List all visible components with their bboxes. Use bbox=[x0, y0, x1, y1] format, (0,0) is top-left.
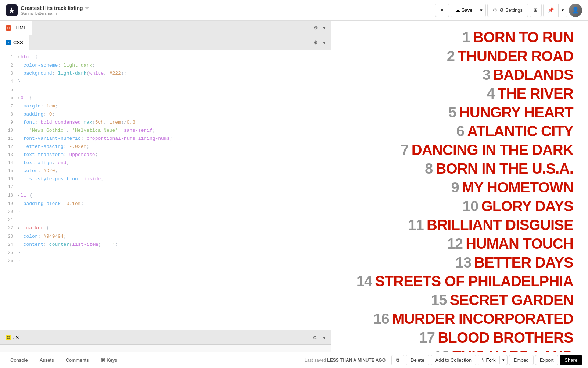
css-section: * CSS ⚙ ▾ 1▾html {2 color-scheme: light … bbox=[0, 35, 331, 330]
chevron-down-icon-2: ▾ bbox=[562, 7, 564, 13]
line-number: 19 bbox=[3, 200, 13, 208]
line-number: 2 bbox=[3, 61, 13, 70]
code-line: 7 margin: 1em; bbox=[0, 102, 331, 110]
js-section: JS JS ⚙ ▾ bbox=[0, 330, 331, 352]
track-name: MURDER INCORPORATED bbox=[392, 311, 573, 327]
track-item: 6ATLANTIC CITY bbox=[356, 122, 573, 141]
assets-tab[interactable]: Assets bbox=[35, 356, 58, 364]
change-view-button[interactable]: ⊞ bbox=[530, 4, 542, 17]
user-avatar[interactable]: 👤 bbox=[569, 4, 582, 17]
fork-dropdown-button[interactable]: ▾ bbox=[499, 356, 507, 364]
track-name: GLORY DAYS bbox=[481, 198, 573, 215]
line-number: 7 bbox=[3, 102, 13, 110]
js-collapse-btn[interactable]: ▾ bbox=[321, 333, 328, 342]
svg-marker-0 bbox=[9, 7, 15, 13]
line-content: ▾li { bbox=[18, 191, 325, 200]
settings-button[interactable]: ⚙ ⚙ Settings bbox=[487, 4, 528, 17]
track-item: 8BORN IN THE U.S.A. bbox=[356, 159, 573, 178]
chevron-down-icon: ▾ bbox=[480, 7, 483, 13]
keys-tab[interactable]: ⌘ Keys bbox=[96, 356, 122, 364]
delete-button[interactable]: Delete bbox=[406, 355, 429, 365]
line-number: 24 bbox=[3, 241, 13, 249]
grid-icon: ⊞ bbox=[534, 7, 538, 13]
line-number: 20 bbox=[3, 208, 13, 216]
line-number: 9 bbox=[3, 118, 13, 127]
line-number: 8 bbox=[3, 110, 13, 118]
css-collapse-btn[interactable]: ▾ bbox=[321, 38, 328, 47]
js-settings-btn[interactable]: ⚙ bbox=[311, 333, 319, 342]
track-number: 4 bbox=[487, 85, 494, 102]
js-tab-bar: JS JS ⚙ ▾ bbox=[0, 330, 331, 345]
line-content: letter-spacing: -.02em; bbox=[18, 143, 325, 151]
heart-button[interactable]: ♥ bbox=[435, 4, 449, 17]
code-line: 12 letter-spacing: -.02em; bbox=[0, 143, 331, 151]
css-tab-actions: ⚙ ▾ bbox=[311, 38, 331, 47]
code-line: 17 bbox=[0, 183, 331, 191]
line-number: 1 bbox=[3, 53, 13, 61]
track-item: 9MY HOMETOWN bbox=[356, 178, 573, 197]
line-content: color: #949494; bbox=[18, 233, 325, 241]
pin-button[interactable]: 📌 bbox=[544, 4, 558, 17]
edit-icon[interactable]: ✏ bbox=[85, 5, 89, 11]
editor-panel: H HTML ⚙ ▾ * CSS ⚙ ▾ bbox=[0, 21, 331, 352]
track-item: 2THUNDER ROAD bbox=[356, 47, 573, 66]
save-status: Last saved LESS THAN A MINUTE AGO bbox=[305, 358, 386, 363]
code-line: 18▾li { bbox=[0, 191, 331, 200]
html-tab-bar: H HTML ⚙ ▾ bbox=[0, 21, 331, 35]
css-tab-bar: * CSS ⚙ ▾ bbox=[0, 35, 331, 50]
pin-dropdown-button[interactable]: ▾ bbox=[558, 4, 567, 17]
save-dropdown-button[interactable]: ▾ bbox=[477, 4, 485, 17]
line-content: ▾html { bbox=[18, 53, 325, 61]
pin-split-button: 📌 ▾ bbox=[543, 4, 567, 17]
external-link-button[interactable]: ⧉ bbox=[391, 355, 404, 365]
code-line: 24 content: counter(list-item) ' '; bbox=[0, 241, 331, 249]
bottom-bar: Console Assets Comments ⌘ Keys Last save… bbox=[0, 352, 588, 368]
fork-button[interactable]: ⑂ Fork bbox=[478, 355, 499, 365]
line-number: 12 bbox=[3, 143, 13, 151]
track-name: BORN TO RUN bbox=[473, 29, 573, 46]
comments-tab[interactable]: Comments bbox=[61, 356, 93, 364]
line-content: text-align: end; bbox=[18, 159, 325, 167]
line-number: 23 bbox=[3, 233, 13, 241]
track-name: MY HOMETOWN bbox=[462, 179, 573, 196]
html-settings-btn[interactable]: ⚙ bbox=[311, 24, 320, 32]
export-button[interactable]: Export bbox=[535, 355, 559, 365]
track-item: 4THE RIVER bbox=[356, 84, 573, 103]
code-line: 20} bbox=[0, 208, 331, 216]
code-line: 9 font: bold condensed max(5vh, 1rem)/0.… bbox=[0, 118, 331, 127]
line-content: } bbox=[18, 257, 325, 265]
tab-html[interactable]: H HTML bbox=[0, 21, 32, 35]
track-name: HUNGRY HEART bbox=[459, 104, 573, 121]
line-number: 13 bbox=[3, 151, 13, 159]
html-icon: H bbox=[6, 25, 11, 31]
embed-button[interactable]: Embed bbox=[509, 355, 534, 365]
track-number: 17 bbox=[419, 329, 435, 346]
track-list: 1BORN TO RUN2THUNDER ROAD3BADLANDS4THE R… bbox=[356, 28, 573, 352]
css-code-editor[interactable]: 1▾html {2 color-scheme: light dark;3 bac… bbox=[0, 50, 331, 330]
line-number: 25 bbox=[3, 249, 13, 257]
track-name: HUMAN TOUCH bbox=[466, 236, 573, 252]
share-button[interactable]: Share bbox=[560, 355, 582, 365]
track-item: 3BADLANDS bbox=[356, 66, 573, 84]
line-content: 'News Gothic', 'Helvetica Neue', sans-se… bbox=[18, 127, 325, 135]
line-number: 18 bbox=[3, 191, 13, 199]
line-number: 26 bbox=[3, 257, 13, 265]
fork-icon: ⑂ bbox=[482, 357, 485, 363]
css-icon: * bbox=[6, 40, 11, 45]
line-content: list-style-position: inside; bbox=[18, 175, 325, 183]
tab-js[interactable]: JS JS bbox=[0, 330, 25, 344]
add-to-collection-button[interactable]: Add to Collection bbox=[431, 355, 476, 365]
save-button[interactable]: ☁ Save bbox=[451, 4, 477, 17]
keys-icon: ⌘ bbox=[101, 357, 105, 363]
code-line: 14 text-align: end; bbox=[0, 159, 331, 167]
track-number: 11 bbox=[408, 217, 424, 233]
tab-css[interactable]: * CSS bbox=[0, 35, 29, 50]
console-tab[interactable]: Console bbox=[6, 356, 32, 364]
line-content: font: bold condensed max(5vh, 1rem)/0.8 bbox=[18, 118, 325, 127]
track-number: 9 bbox=[451, 179, 459, 196]
html-collapse-btn[interactable]: ▾ bbox=[321, 24, 328, 32]
css-settings-btn[interactable]: ⚙ bbox=[311, 38, 320, 47]
track-number: 12 bbox=[447, 236, 463, 252]
line-content: ▾::marker { bbox=[18, 224, 325, 233]
html-section: H HTML ⚙ ▾ bbox=[0, 21, 331, 35]
